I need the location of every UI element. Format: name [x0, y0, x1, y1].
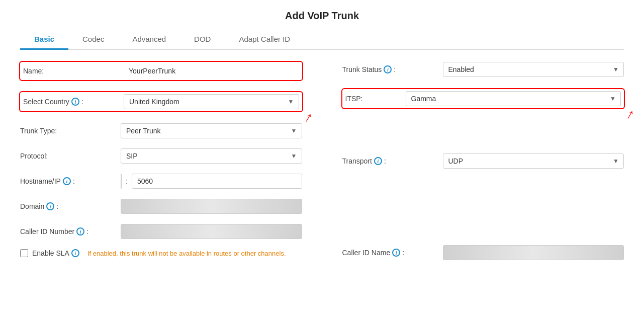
trunk-type-select-wrapper: Peer Trunk Register Trunk ▼ [121, 123, 302, 138]
page-title: Add VoIP Trunk [20, 10, 624, 22]
protocol-label: Protocol: [20, 152, 121, 160]
country-row: Select Country i : United Kingdom United… [20, 92, 302, 111]
caller-id-number-row: Caller ID Number i : [20, 224, 302, 239]
sla-label: Enable SLA i [32, 249, 79, 257]
name-input[interactable]: YourPeerTrunk [124, 64, 299, 78]
caller-id-name-input[interactable] [443, 245, 624, 260]
sla-info-icon[interactable]: i [71, 249, 79, 257]
empty-row-1 [342, 120, 624, 143]
hostname-row: Hostname/IP i : : 5060 [20, 174, 302, 189]
trunk-type-select[interactable]: Peer Trunk Register Trunk [121, 123, 302, 138]
country-select-wrapper: United Kingdom United States Germany ▼ [124, 94, 299, 109]
tab-dod[interactable]: DOD [180, 30, 225, 50]
itsp-select-wrapper: Gamma BT Other ▼ [406, 91, 621, 106]
trunk-status-select[interactable]: Enabled Disabled [443, 62, 624, 77]
itsp-row: ITSP: Gamma BT Other ▼ ↑ [342, 89, 624, 108]
domain-input[interactable] [121, 199, 302, 214]
name-label: Name: [23, 67, 124, 75]
caller-id-name-info-icon[interactable]: i [392, 249, 400, 257]
name-field-wrapper: YourPeerTrunk [124, 64, 299, 78]
caller-id-number-label: Caller ID Number i : [20, 227, 121, 236]
sla-checkbox[interactable] [20, 249, 28, 257]
empty-row-3 [342, 212, 624, 235]
trunk-status-select-wrapper: Enabled Disabled ▼ [443, 62, 624, 77]
protocol-row: Protocol: SIP IAX2 ▼ [20, 148, 302, 164]
domain-label: Domain i : [20, 202, 121, 210]
protocol-select-wrapper: SIP IAX2 ▼ [121, 148, 302, 164]
transport-label: Transport i : [342, 157, 443, 165]
caller-id-name-input-wrapper [443, 245, 624, 260]
tab-bar: Basic Codec Advanced DOD Adapt Caller ID [20, 30, 624, 50]
country-label: Select Country i : [23, 98, 124, 106]
caller-id-name-row: Caller ID Name i : [342, 245, 624, 260]
arrow-annotation-itsp: ↑ [623, 106, 637, 123]
name-row: Name: YourPeerTrunk [20, 62, 302, 80]
country-select[interactable]: United Kingdom United States Germany [124, 94, 299, 109]
domain-info-icon[interactable]: i [46, 202, 54, 210]
domain-row: Domain i : [20, 199, 302, 214]
form-col-left: Name: YourPeerTrunk Select Country i : [20, 62, 302, 270]
hostname-controls: : 5060 [121, 174, 302, 189]
itsp-label: ITSP: [345, 95, 406, 103]
transport-row: Transport i : UDP TCP TLS ▼ [342, 153, 624, 169]
tab-advanced[interactable]: Advanced [118, 30, 180, 50]
itsp-select[interactable]: Gamma BT Other [406, 91, 621, 106]
tab-codec[interactable]: Codec [68, 30, 118, 50]
hostname-info-icon[interactable]: i [63, 177, 71, 185]
tab-adapt-caller-id[interactable]: Adapt Caller ID [225, 30, 304, 50]
country-info-icon[interactable]: i [71, 98, 79, 106]
protocol-select[interactable]: SIP IAX2 [121, 148, 302, 164]
hostname-input[interactable] [121, 174, 122, 189]
port-input[interactable]: 5060 [132, 174, 302, 189]
form-section: Name: YourPeerTrunk Select Country i : [20, 62, 624, 270]
domain-input-wrapper [121, 199, 302, 214]
transport-select-wrapper: UDP TCP TLS ▼ [443, 153, 624, 169]
trunk-status-info-icon[interactable]: i [384, 65, 392, 73]
tab-basic[interactable]: Basic [20, 30, 68, 50]
port-separator: : [126, 177, 128, 185]
sla-warning: If enabled, this trunk will not be avail… [87, 250, 286, 257]
transport-info-icon[interactable]: i [374, 157, 382, 165]
caller-id-name-label: Caller ID Name i : [342, 249, 443, 257]
caller-id-number-input-wrapper [121, 224, 302, 239]
hostname-label: Hostname/IP i : [20, 177, 121, 185]
caller-id-number-info-icon[interactable]: i [76, 227, 84, 236]
empty-row-2 [342, 179, 624, 202]
arrow-annotation-country: ↑ [301, 109, 315, 126]
form-col-right: Trunk Status i : Enabled Disabled ▼ [342, 62, 624, 270]
sla-row: Enable SLA i If enabled, this trunk will… [20, 249, 302, 257]
transport-select[interactable]: UDP TCP TLS [443, 153, 624, 169]
trunk-type-row: Trunk Type: Peer Trunk Register Trunk ▼ [20, 123, 302, 138]
caller-id-number-input[interactable] [121, 224, 302, 239]
trunk-status-row: Trunk Status i : Enabled Disabled ▼ [342, 62, 624, 77]
trunk-type-label: Trunk Type: [20, 127, 121, 135]
trunk-status-label: Trunk Status i : [342, 65, 443, 73]
